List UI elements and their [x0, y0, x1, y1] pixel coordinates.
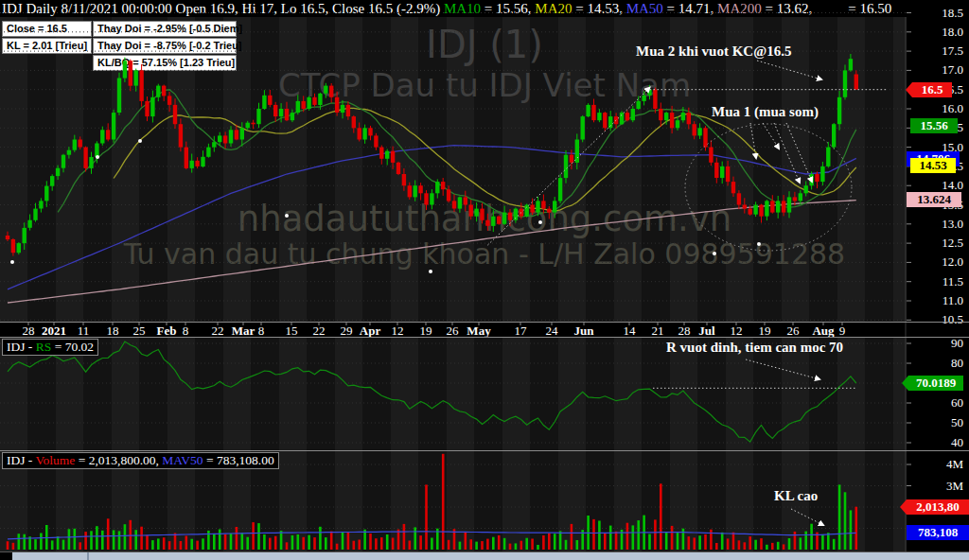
- text-part: IDJ -: [7, 340, 36, 354]
- text-part: IDJ -: [7, 453, 36, 467]
- text-part: = 2,013,800.00,: [75, 453, 162, 467]
- scrollbar-thumb-edge[interactable]: [87, 552, 89, 560]
- scrollbar-corner: [0, 552, 12, 560]
- volume-panel-title: IDJ - Volume = 2,013,800.00, MAV50 = 783…: [2, 452, 279, 469]
- text-part: Volume: [36, 453, 76, 467]
- separator-volume-top: [0, 450, 969, 451]
- text-part: = 783,108.00: [203, 453, 274, 467]
- annotation-buy2: Mua 2 khi vuot KC@16.5: [636, 44, 791, 60]
- annotation-volume: KL cao: [774, 488, 818, 504]
- annotation-rsi: R vuot dinh, tiem can moc 70: [666, 340, 843, 356]
- rsi-panel-title: IDJ - RS = 70.02: [2, 339, 98, 356]
- charting-app-window: IDJ (1) CTCP Dau tu IDJ Viet Nam nhadaut…: [0, 0, 969, 560]
- text-part: RS: [36, 340, 52, 354]
- horizontal-scrollbar[interactable]: [0, 552, 969, 560]
- annotation-buy1: Mua 1 (mua som): [712, 104, 819, 120]
- price-last-badge: 16.5: [912, 82, 952, 97]
- badge-arrow-tip: [906, 82, 912, 97]
- price-ma20-badge: 14.53: [910, 158, 956, 173]
- separator-rsi-top: [0, 337, 969, 338]
- separator-dates-top: [0, 322, 969, 323]
- badge-arrow-tip: [900, 499, 907, 515]
- badge-arrow-tip: [902, 376, 908, 391]
- vol-last-badge: 2,013,80: [907, 499, 969, 515]
- text-part: MAV50: [162, 453, 203, 467]
- price-ma10-badge: 15.56: [910, 118, 958, 133]
- text-part: = 70.02: [51, 340, 94, 354]
- chart-plot-area[interactable]: [0, 0, 969, 560]
- vol-mav-badge: 783,108: [907, 525, 969, 540]
- rsi-last-badge: 70.0189: [908, 376, 963, 391]
- price-ma200-badge: 13.624: [907, 192, 961, 207]
